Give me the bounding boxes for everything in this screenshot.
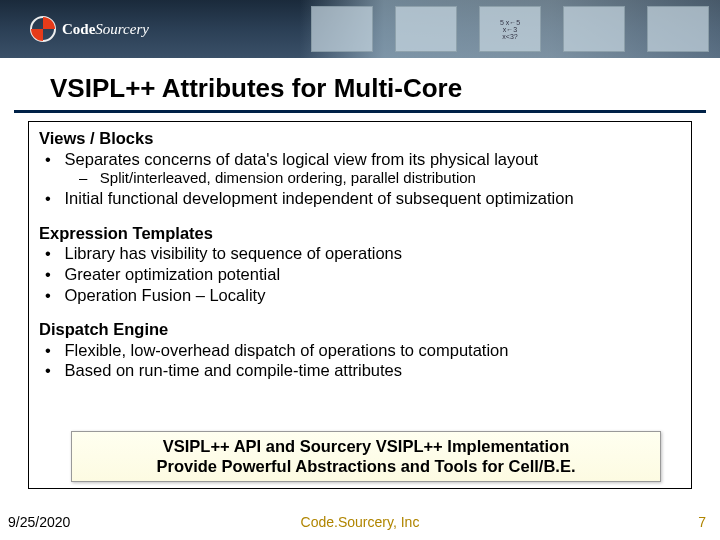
content-box: Views / Blocks • Separates concerns of d… <box>28 121 692 489</box>
footer: 9/25/2020 Code.Sourcery, Inc 7 <box>0 514 720 534</box>
section-head: Dispatch Engine <box>39 319 681 340</box>
logo-brand-a: Code <box>62 21 95 37</box>
section-head: Views / Blocks <box>39 128 681 149</box>
deco-tile: 5 x←5x←3x<3? <box>479 6 541 52</box>
slide-title: VSIPL++ Attributes for Multi-Core <box>50 73 720 104</box>
callout-line2: Provide Powerful Abstractions and Tools … <box>80 456 652 477</box>
callout-line1: VSIPL++ API and Sourcery VSIPL++ Impleme… <box>80 436 652 457</box>
deco-tile <box>311 6 373 52</box>
logo: CodeSourcery <box>30 16 149 42</box>
bullet: • Library has visibility to sequence of … <box>45 243 681 264</box>
bullet-text: Based on run-time and compile-time attri… <box>65 361 403 379</box>
bullet: • Based on run-time and compile-time att… <box>45 360 681 381</box>
bullet: • Separates concerns of data's logical v… <box>45 149 681 170</box>
bullet-text: Operation Fusion – Locality <box>65 286 266 304</box>
logo-text: CodeSourcery <box>62 21 149 38</box>
logo-brand-b: Sourcery <box>95 21 149 37</box>
bullet-text: Separates concerns of data's logical vie… <box>65 150 539 168</box>
bullet: • Flexible, low-overhead dispatch of ope… <box>45 340 681 361</box>
callout-box: VSIPL++ API and Sourcery VSIPL++ Impleme… <box>71 431 661 482</box>
deco-tile <box>563 6 625 52</box>
footer-org: Code.Sourcery, Inc <box>0 514 720 530</box>
deco-tile <box>395 6 457 52</box>
section-head: Expression Templates <box>39 223 681 244</box>
bullet: • Greater optimization potential <box>45 264 681 285</box>
sub-bullet: – Split/interleaved, dimension ordering,… <box>79 169 681 188</box>
banner-decoration: 5 x←5x←3x<3? <box>300 0 720 58</box>
bullet-text: Greater optimization potential <box>65 265 281 283</box>
bullet: • Operation Fusion – Locality <box>45 285 681 306</box>
bullet-text: Library has visibility to sequence of op… <box>65 244 403 262</box>
footer-page: 7 <box>698 514 706 530</box>
logo-icon <box>30 16 56 42</box>
bullet-text: Flexible, low-overhead dispatch of opera… <box>65 341 509 359</box>
bullet: • Initial functional development indepen… <box>45 188 681 209</box>
header-banner: CodeSourcery 5 x←5x←3x<3? <box>0 0 720 58</box>
bullet-text: Initial functional development independe… <box>65 189 574 207</box>
title-divider <box>14 110 706 113</box>
deco-tile <box>647 6 709 52</box>
sub-bullet-text: Split/interleaved, dimension ordering, p… <box>100 169 476 186</box>
